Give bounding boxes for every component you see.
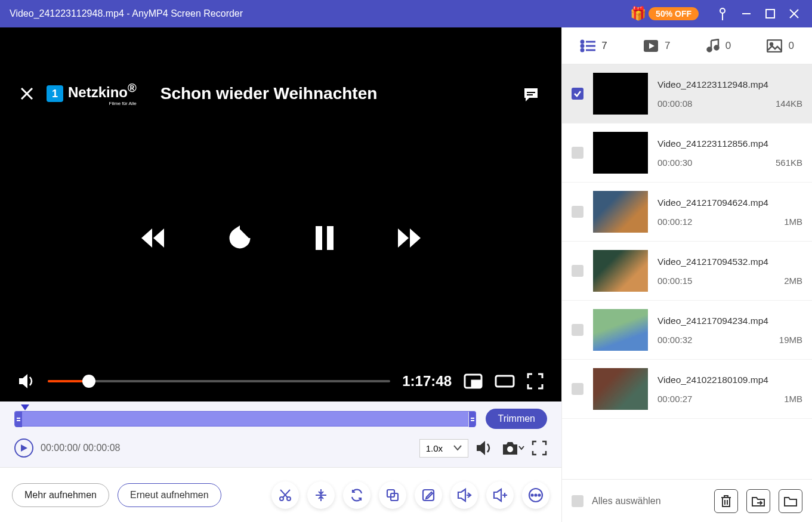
minimize-button[interactable] <box>734 2 758 26</box>
item-filename: Video_241217094234.mp4 <box>657 316 802 326</box>
volume-icon[interactable] <box>18 373 36 389</box>
wide-icon[interactable] <box>495 375 515 388</box>
item-filename: Video_241223112856.mp4 <box>657 138 802 149</box>
chat-icon[interactable] <box>522 86 540 104</box>
list-icon <box>580 39 595 52</box>
svg-rect-2 <box>766 10 774 18</box>
image-icon <box>767 39 782 52</box>
seek-knob[interactable] <box>82 375 95 388</box>
svg-point-24 <box>581 41 583 43</box>
export-icon[interactable] <box>450 481 478 509</box>
trim-track[interactable] <box>14 411 476 427</box>
item-checkbox[interactable] <box>572 88 583 100</box>
preview-play-button[interactable] <box>14 438 33 458</box>
svg-rect-13 <box>496 376 514 387</box>
svg-point-32 <box>714 45 718 50</box>
svg-point-35 <box>770 43 773 45</box>
expand-icon[interactable] <box>532 440 547 456</box>
trim-handle-right[interactable] <box>468 412 476 427</box>
pip-icon[interactable] <box>464 373 483 389</box>
recording-item[interactable]: Video_241217094624.mp400:00:121MB <box>562 183 812 242</box>
item-filename: Video_241217094532.mp4 <box>657 257 802 267</box>
recording-item[interactable]: Video_241217094532.mp400:00:152MB <box>562 242 812 301</box>
brand-logo-square: 1 <box>47 85 63 102</box>
item-checkbox[interactable] <box>572 324 583 336</box>
cut-icon[interactable] <box>271 481 299 509</box>
fast-forward-icon[interactable] <box>396 226 423 250</box>
snapshot-icon[interactable] <box>501 440 524 456</box>
svg-point-28 <box>581 49 583 51</box>
item-checkbox[interactable] <box>572 265 583 277</box>
item-duration: 00:00:30 <box>657 157 692 168</box>
tab-image[interactable]: 0 <box>767 39 794 52</box>
convert-icon[interactable] <box>343 481 371 509</box>
record-more-button[interactable]: Mehr aufnehmen <box>12 483 109 507</box>
rewind-icon[interactable] <box>139 226 166 250</box>
player-time: 1:17:48 <box>402 373 452 390</box>
item-thumbnail <box>593 73 648 115</box>
edit-icon[interactable] <box>415 481 442 509</box>
select-all-label: Alles auswählen <box>592 496 661 506</box>
item-size: 19MB <box>779 335 802 345</box>
promo-badge[interactable]: 🎁 50% OFF <box>630 6 699 21</box>
footer-toolbar: Mehr aufnehmen Erneut aufnehmen <box>0 467 561 522</box>
speed-value: 1.0x <box>426 443 443 453</box>
recordings-list: Video_241223112948.mp400:00:08144KBVideo… <box>562 64 812 479</box>
maximize-button[interactable] <box>758 2 782 26</box>
volume-add-icon[interactable] <box>486 481 514 509</box>
list-footer: Alles auswählen <box>562 479 812 522</box>
video-player[interactable]: 1 Netzkino® Filme für Alle Schon wieder … <box>0 27 561 401</box>
item-filename: Video_241223112948.mp4 <box>657 79 802 90</box>
svg-point-23 <box>539 494 541 496</box>
pause-icon[interactable] <box>313 225 336 251</box>
tab-all-count: 7 <box>601 40 607 52</box>
item-thumbnail <box>593 309 648 351</box>
sound-icon[interactable] <box>476 440 493 456</box>
fullscreen-icon[interactable] <box>527 373 544 390</box>
more-icon[interactable] <box>522 481 549 509</box>
rerecord-button[interactable]: Erneut aufnehmen <box>118 483 221 507</box>
movie-title: Schon wieder Weihnachten <box>160 84 378 103</box>
svg-point-14 <box>507 446 513 452</box>
recording-item[interactable]: Video_241217094234.mp400:00:3219MB <box>562 301 812 360</box>
recording-item[interactable]: Video_241022180109.mp400:00:271MB <box>562 360 812 419</box>
svg-point-22 <box>535 494 537 496</box>
chevron-down-icon <box>453 445 462 451</box>
item-thumbnail <box>593 368 648 410</box>
trim-panel: Trimmen 00:00:00/ 00:00:08 1.0x <box>0 401 561 467</box>
account-icon[interactable] <box>711 2 734 26</box>
tab-audio[interactable]: 0 <box>706 39 731 53</box>
recording-item[interactable]: Video_241223112948.mp400:00:08144KB <box>562 64 812 123</box>
recordings-panel: 7 7 0 0 Video_241223112948.mp400:00:0814… <box>561 27 812 522</box>
seek-track[interactable] <box>48 380 390 382</box>
trim-marker[interactable] <box>21 404 29 410</box>
player-close-icon[interactable] <box>19 86 35 101</box>
replay-icon[interactable] <box>226 224 254 252</box>
merge-icon[interactable] <box>379 481 406 509</box>
svg-point-26 <box>581 45 583 47</box>
tab-audio-count: 0 <box>725 40 731 52</box>
select-all-checkbox[interactable] <box>572 495 583 507</box>
item-thumbnail <box>593 132 648 174</box>
svg-rect-9 <box>316 226 322 250</box>
item-size: 561KB <box>776 157 802 168</box>
move-to-button[interactable] <box>746 489 770 513</box>
item-checkbox[interactable] <box>572 206 583 218</box>
svg-rect-7 <box>527 92 535 93</box>
svg-point-0 <box>720 8 725 13</box>
recording-item[interactable]: Video_241223112856.mp400:00:30561KB <box>562 123 812 183</box>
compress-icon[interactable] <box>307 481 335 509</box>
tab-all[interactable]: 7 <box>580 39 607 52</box>
tab-video[interactable]: 7 <box>643 39 670 52</box>
item-duration: 00:00:15 <box>657 276 692 286</box>
trim-button[interactable]: Trimmen <box>486 409 547 429</box>
item-checkbox[interactable] <box>572 383 583 395</box>
speed-selector[interactable]: 1.0x <box>419 439 468 458</box>
item-thumbnail <box>593 191 648 233</box>
delete-button[interactable] <box>714 489 738 513</box>
trim-handle-left[interactable] <box>15 412 22 427</box>
close-button[interactable] <box>782 2 806 26</box>
svg-rect-34 <box>767 40 782 52</box>
open-folder-button[interactable] <box>779 489 802 513</box>
item-checkbox[interactable] <box>572 147 583 159</box>
